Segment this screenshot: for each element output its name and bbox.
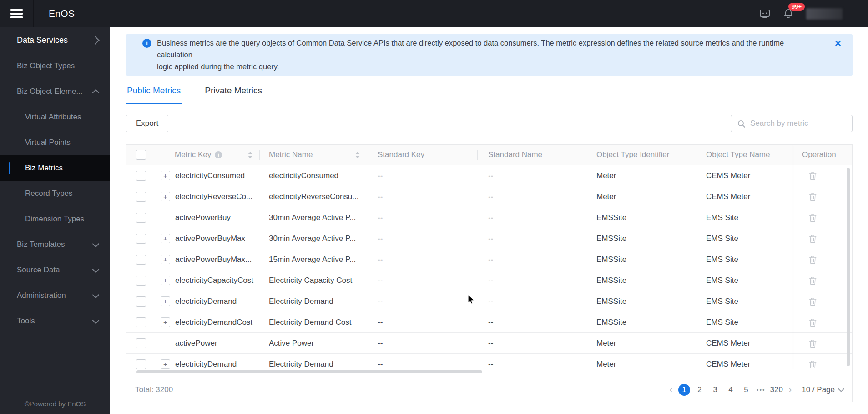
row-checkbox[interactable] bbox=[136, 276, 146, 286]
standard-name-cell: -- bbox=[488, 318, 497, 327]
menu-toggle-button[interactable] bbox=[0, 0, 34, 27]
table-row: +electricityCapacityCostElectricity Capa… bbox=[126, 270, 852, 291]
user-account-redacted[interactable] bbox=[806, 8, 843, 20]
sidebar-item-label: Biz Templates bbox=[17, 240, 65, 249]
standard-key-cell: -- bbox=[378, 339, 386, 348]
delete-row-button[interactable] bbox=[808, 192, 817, 201]
expand-row-button[interactable]: + bbox=[161, 234, 170, 243]
horizontal-scrollbar[interactable] bbox=[136, 370, 482, 373]
pager-ellipsis[interactable]: ••• bbox=[757, 387, 766, 394]
sidebar-item-label: Source Data bbox=[17, 266, 60, 275]
workbench-monitor-icon[interactable] bbox=[759, 8, 771, 20]
delete-row-button[interactable] bbox=[808, 297, 817, 306]
table-row: +electricityConsumedelectricityConsumed-… bbox=[126, 165, 852, 186]
object-type-identifier-cell: Meter bbox=[596, 192, 620, 201]
row-checkbox[interactable] bbox=[136, 296, 146, 307]
delete-row-button[interactable] bbox=[808, 213, 817, 222]
standard-key-cell: -- bbox=[378, 276, 386, 285]
sort-icon[interactable] bbox=[355, 152, 360, 158]
metric-key-info-icon[interactable]: i bbox=[215, 151, 222, 158]
sidebar-item-biz-metrics[interactable]: Biz Metrics bbox=[0, 155, 110, 181]
delete-row-button[interactable] bbox=[808, 255, 817, 264]
table-row: +activePowerBuyMax30min Average Active P… bbox=[126, 228, 852, 249]
next-page-button[interactable]: › bbox=[787, 385, 793, 395]
sidebar-nav: Biz Object TypesBiz Object Eleme...Virtu… bbox=[0, 53, 110, 334]
page-number-1[interactable]: 1 bbox=[678, 384, 690, 396]
header-cell-standard-key: Standard Key bbox=[367, 145, 478, 165]
table-row: +activePowerActive Power----MeterCEMS Me… bbox=[126, 332, 852, 353]
header-cell-select bbox=[126, 145, 155, 165]
sidebar-item-tools[interactable]: Tools bbox=[0, 308, 110, 334]
metric-key-cell: electricityCapacityCost bbox=[175, 276, 257, 285]
search-input[interactable] bbox=[731, 115, 852, 132]
expand-row-button[interactable]: + bbox=[161, 192, 170, 201]
previous-page-button[interactable]: ‹ bbox=[668, 385, 675, 395]
metric-name-cell: 30min Average Active P... bbox=[269, 234, 359, 243]
table-body: +electricityConsumedelectricityConsumed-… bbox=[126, 165, 852, 374]
export-button[interactable]: Export bbox=[126, 115, 168, 132]
page-number-5[interactable]: 5 bbox=[740, 384, 752, 396]
info-banner: i Business metrics are the query objects… bbox=[126, 34, 853, 76]
sidebar-item-dimension-types[interactable]: Dimension Types bbox=[0, 206, 110, 232]
table-toolbar: Export bbox=[126, 115, 853, 132]
metric-name-cell: Electricity Demand bbox=[269, 297, 337, 306]
expand-row-button[interactable]: + bbox=[161, 171, 170, 180]
row-checkbox[interactable] bbox=[136, 338, 146, 348]
delete-row-button[interactable] bbox=[808, 318, 817, 327]
sidebar-item-administration[interactable]: Administration bbox=[0, 283, 110, 308]
row-checkbox[interactable] bbox=[136, 255, 146, 265]
object-type-name-cell: CEMS Meter bbox=[706, 360, 754, 369]
row-checkbox[interactable] bbox=[136, 213, 146, 223]
sidebar-item-biz-object-eleme[interactable]: Biz Object Eleme... bbox=[0, 79, 110, 104]
expand-row-button[interactable]: + bbox=[161, 317, 170, 327]
sidebar-item-biz-templates[interactable]: Biz Templates bbox=[0, 232, 110, 257]
close-banner-icon[interactable]: ✕ bbox=[834, 38, 842, 50]
sidebar-item-source-data[interactable]: Source Data bbox=[0, 257, 110, 283]
sidebar-item-label: Record Types bbox=[25, 189, 73, 198]
row-checkbox[interactable] bbox=[136, 359, 146, 369]
notifications-bell-icon[interactable]: 99+ bbox=[782, 8, 794, 20]
delete-row-button[interactable] bbox=[808, 276, 817, 285]
page-number-2[interactable]: 2 bbox=[694, 384, 706, 396]
row-checkbox[interactable] bbox=[136, 192, 146, 202]
delete-row-button[interactable] bbox=[808, 339, 817, 348]
tab-public-metrics[interactable]: Public Metrics bbox=[126, 86, 182, 104]
page-number-last[interactable]: 320 bbox=[770, 384, 783, 396]
select-all-checkbox[interactable] bbox=[136, 150, 146, 160]
sidebar-item-virtual-points[interactable]: Virtual Points bbox=[0, 130, 110, 155]
standard-key-cell: -- bbox=[378, 318, 386, 327]
row-checkbox[interactable] bbox=[136, 317, 146, 327]
row-checkbox[interactable] bbox=[136, 234, 146, 244]
object-type-name-cell: EMS Site bbox=[706, 297, 742, 306]
tab-private-metrics[interactable]: Private Metrics bbox=[204, 86, 263, 104]
expand-row-button[interactable]: + bbox=[161, 276, 170, 285]
sidebar-item-record-types[interactable]: Record Types bbox=[0, 181, 110, 206]
expand-row-button[interactable]: + bbox=[161, 296, 170, 306]
top-bar: EnOS 99+ bbox=[0, 0, 868, 27]
sidebar-section-data-services[interactable]: Data Services bbox=[0, 27, 110, 53]
page-size-select[interactable]: 10 / Page bbox=[802, 385, 843, 394]
sidebar-item-label: Virtual Attributes bbox=[25, 112, 81, 122]
object-type-name-cell: EMS Site bbox=[706, 276, 742, 285]
pagination-bar: Total: 3200 ‹ 12345 ••• 320 › 10 / Page bbox=[126, 378, 852, 402]
sort-icon[interactable] bbox=[248, 152, 252, 158]
expand-row-button[interactable]: + bbox=[161, 255, 170, 264]
expand-row-button[interactable]: + bbox=[161, 359, 170, 369]
sidebar-item-biz-object-types[interactable]: Biz Object Types bbox=[0, 53, 110, 79]
sidebar-item-virtual-attributes[interactable]: Virtual Attributes bbox=[0, 104, 110, 130]
sidebar-section-label: Data Services bbox=[17, 36, 68, 45]
delete-row-button[interactable] bbox=[808, 171, 817, 180]
table-row: +electricityReverseCo...electricityRever… bbox=[126, 186, 852, 207]
standard-name-cell: -- bbox=[488, 192, 497, 201]
vertical-scrollbar[interactable] bbox=[847, 168, 850, 366]
standard-name-cell: -- bbox=[488, 213, 497, 222]
metric-key-cell: activePowerBuy bbox=[175, 213, 234, 222]
object-type-name-cell: EMS Site bbox=[706, 213, 742, 222]
page-number-4[interactable]: 4 bbox=[725, 384, 737, 396]
page-number-3[interactable]: 3 bbox=[709, 384, 721, 396]
delete-row-button[interactable] bbox=[808, 360, 817, 369]
standard-key-cell: -- bbox=[378, 213, 386, 222]
standard-key-cell: -- bbox=[378, 297, 386, 306]
delete-row-button[interactable] bbox=[808, 234, 817, 243]
row-checkbox[interactable] bbox=[136, 171, 146, 181]
